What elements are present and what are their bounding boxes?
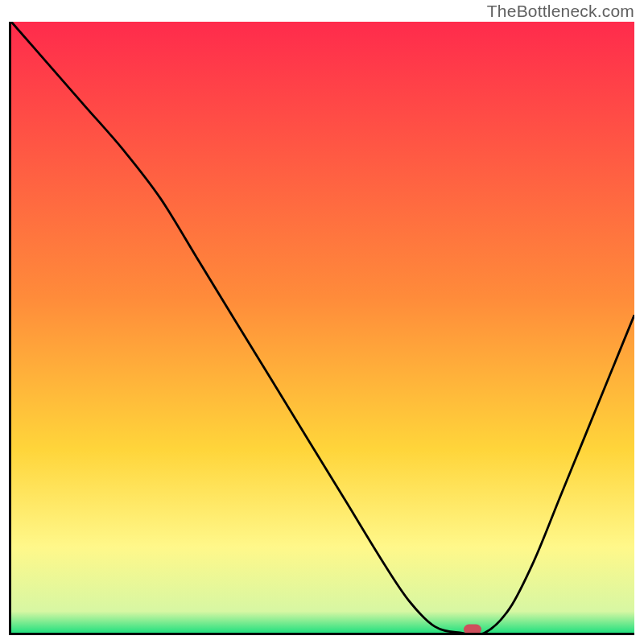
watermark-text: TheBottleneck.com (487, 2, 634, 21)
axes-frame (9, 22, 634, 635)
